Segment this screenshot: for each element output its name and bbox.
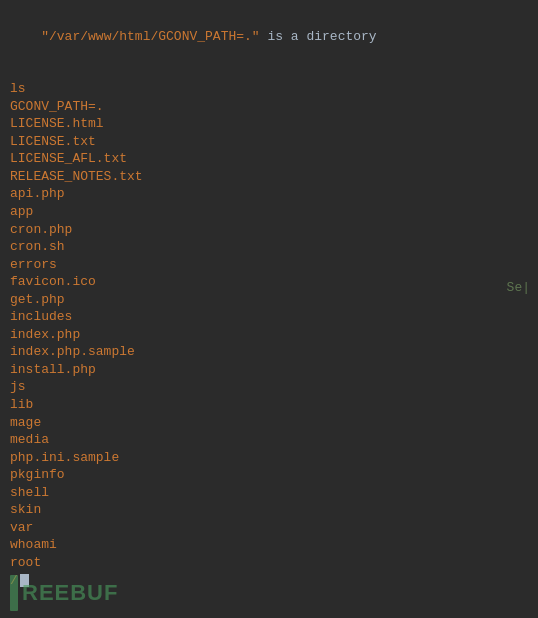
terminal: "/var/www/html/GCONV_PATH=." is a direct…: [0, 0, 538, 618]
watermark-bar: [10, 575, 18, 611]
file-pkginfo: pkginfo: [0, 466, 538, 484]
file-install-php: install.php: [0, 361, 538, 379]
watermark: REEBUF: [0, 568, 538, 618]
file-skin: skin: [0, 501, 538, 519]
file-gconv: GCONV_PATH=.: [0, 98, 538, 116]
file-shell: shell: [0, 484, 538, 502]
file-lib: lib: [0, 396, 538, 414]
file-mage: mage: [0, 414, 538, 432]
file-media: media: [0, 431, 538, 449]
file-includes: includes: [0, 308, 538, 326]
file-var: var: [0, 519, 538, 537]
file-index-php-sample: index.php.sample: [0, 343, 538, 361]
blank-1: [0, 63, 538, 81]
file-get-php: get.php: [0, 291, 538, 309]
file-license-afl: LICENSE_AFL.txt: [0, 150, 538, 168]
file-index-php: index.php: [0, 326, 538, 344]
file-app: app: [0, 203, 538, 221]
sel-label: Se|: [507, 280, 530, 295]
header-line: "/var/www/html/GCONV_PATH=." is a direct…: [0, 10, 538, 63]
file-js: js: [0, 378, 538, 396]
file-whoami: whoami: [0, 536, 538, 554]
ls-command: ls: [0, 80, 538, 98]
file-php-ini-sample: php.ini.sample: [0, 449, 538, 467]
watermark-text: REEBUF: [22, 580, 118, 606]
file-favicon: favicon.ico: [0, 273, 538, 291]
file-license-txt: LICENSE.txt: [0, 133, 538, 151]
file-release-notes: RELEASE_NOTES.txt: [0, 168, 538, 186]
file-license-html: LICENSE.html: [0, 115, 538, 133]
file-cron-php: cron.php: [0, 221, 538, 239]
file-cron-sh: cron.sh: [0, 238, 538, 256]
file-api-php: api.php: [0, 185, 538, 203]
header-path: "/var/www/html/GCONV_PATH=.": [41, 29, 259, 44]
header-text: is a directory: [260, 29, 377, 44]
file-errors: errors: [0, 256, 538, 274]
